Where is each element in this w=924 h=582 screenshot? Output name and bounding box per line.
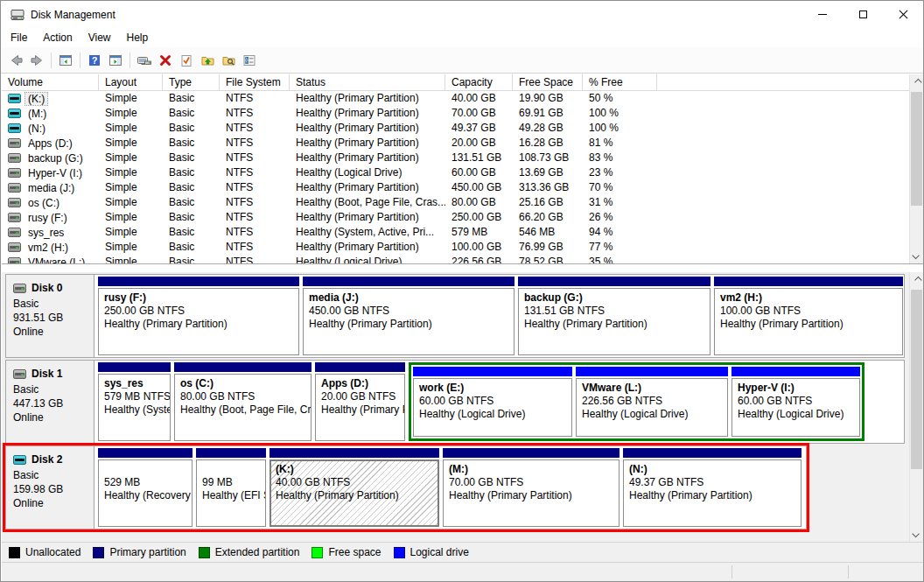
volume-table-row[interactable]: VMware (L:) Simple Basic NTFS Healthy (L…	[2, 255, 923, 264]
volume-cell[interactable]: Hyper-V (I:)	[2, 165, 99, 180]
partition-body[interactable]: work (E:) 60.00 GB NTFS Healthy (Logical…	[413, 378, 572, 437]
volume-cell[interactable]: (N:)	[2, 121, 99, 136]
partition-body[interactable]: media (J:) 450.00 GB NTFS Healthy (Prima…	[303, 288, 514, 355]
scroll-up-icon[interactable]	[910, 75, 923, 89]
partition-block[interactable]: os (C:) 80.00 GB NTFS Healthy (Boot, Pag…	[174, 362, 312, 441]
menu-action[interactable]: Action	[35, 30, 80, 46]
volume-cell[interactable]: backup (G:)	[2, 151, 99, 165]
partition-body[interactable]: 99 MB Healthy (EFI S	[196, 459, 266, 527]
scrollbar-thumb[interactable]	[911, 290, 922, 469]
col-capacity[interactable]: Capacity	[445, 74, 513, 90]
col-status[interactable]: Status	[290, 74, 445, 90]
volume-table-row[interactable]: (K:) Simple Basic NTFS Healthy (Primary …	[2, 91, 923, 106]
check-document-icon[interactable]	[176, 50, 197, 71]
drive-icon	[8, 213, 21, 222]
volume-table-row[interactable]: media (J:) Simple Basic NTFS Healthy (Pr…	[2, 180, 923, 195]
checklist-icon[interactable]	[239, 50, 260, 71]
computer-device-icon[interactable]	[134, 50, 155, 71]
partition-body[interactable]: os (C:) 80.00 GB NTFS Healthy (Boot, Pag…	[174, 374, 312, 441]
forward-icon[interactable]	[26, 50, 47, 71]
volume-table-row[interactable]: Hyper-V (I:) Simple Basic NTFS Healthy (…	[2, 165, 923, 180]
volume-table-row[interactable]: rusy (F:) Simple Basic NTFS Healthy (Pri…	[2, 210, 923, 225]
partition-body[interactable]: rusy (F:) 250.00 GB NTFS Healthy (Primar…	[98, 288, 299, 355]
partition-block[interactable]: media (J:) 450.00 GB NTFS Healthy (Prima…	[303, 277, 514, 355]
drive-icon	[8, 138, 21, 148]
partition-block[interactable]: Hyper-V (I:) 60.00 GB NTFS Healthy (Logi…	[732, 367, 860, 437]
volume-table-row[interactable]: (N:) Simple Basic NTFS Healthy (Primary …	[2, 121, 923, 136]
disk-info-box[interactable]: Disk 0 Basic 931.51 GB Online	[6, 275, 94, 357]
table-scrollbar[interactable]	[909, 74, 923, 263]
partition-block[interactable]: vm2 (H:) 100.00 GB NTFS Healthy (Primary…	[714, 277, 903, 355]
maximize-button[interactable]	[843, 1, 883, 28]
col-pct-free[interactable]: % Free	[583, 74, 657, 90]
pct-free-cell: 81 %	[583, 136, 657, 151]
col-file-system[interactable]: File System	[220, 74, 290, 90]
scrollbar-thumb[interactable]	[911, 92, 922, 206]
partition-block[interactable]: (K:) 40.00 GB NTFS Healthy (Primary Part…	[270, 448, 439, 527]
partition-body[interactable]: Apps (D:) 20.00 GB NTFS Healthy (Primary…	[315, 374, 405, 441]
partition-body[interactable]: 529 MB Healthy (Recovery	[98, 459, 192, 527]
folder-search-icon[interactable]	[218, 50, 239, 71]
menu-file[interactable]: File	[3, 30, 35, 46]
col-type[interactable]: Type	[163, 74, 220, 90]
partition-body[interactable]: VMware (L:) 226.56 GB NTFS Healthy (Logi…	[576, 378, 728, 437]
volume-cell[interactable]: (M:)	[2, 106, 99, 121]
col-volume[interactable]: Volume	[2, 74, 99, 90]
volume-table-row[interactable]: vm2 (H:) Simple Basic NTFS Healthy (Prim…	[2, 240, 923, 255]
volume-cell[interactable]: vm2 (H:)	[2, 240, 99, 255]
show-console-tree-icon[interactable]	[55, 50, 76, 71]
partition-block[interactable]: Apps (D:) 20.00 GB NTFS Healthy (Primary…	[315, 362, 405, 441]
disk-name: Disk 1	[32, 367, 62, 381]
partition-body[interactable]: (K:) 40.00 GB NTFS Healthy (Primary Part…	[270, 459, 439, 527]
partition-block[interactable]: work (E:) 60.00 GB NTFS Healthy (Logical…	[413, 367, 572, 437]
volume-cell[interactable]: os (C:)	[2, 195, 99, 210]
menu-view[interactable]: View	[80, 30, 119, 46]
volume-table-row[interactable]: os (C:) Simple Basic NTFS Healthy (Boot,…	[2, 195, 923, 210]
partition-block[interactable]: rusy (F:) 250.00 GB NTFS Healthy (Primar…	[98, 277, 299, 355]
scroll-down-icon[interactable]	[910, 527, 923, 541]
disk-info-box[interactable]: Disk 2 Basic 159.98 GB Online	[6, 446, 94, 529]
partition-block[interactable]: sys_res 579 MB NTFS Healthy (Syste	[98, 362, 171, 441]
volume-name: rusy (F:)	[28, 212, 67, 224]
col-free-space[interactable]: Free Space	[513, 74, 583, 90]
partition-label: Apps (D:)	[321, 377, 399, 390]
col-layout[interactable]: Layout	[99, 74, 163, 90]
partition-block[interactable]: 529 MB Healthy (Recovery	[98, 448, 192, 527]
pct-free-cell: 26 %	[583, 210, 657, 225]
close-button[interactable]	[883, 1, 923, 28]
volume-table-row[interactable]: Apps (D:) Simple Basic NTFS Healthy (Pri…	[2, 136, 923, 151]
partition-body[interactable]: Hyper-V (I:) 60.00 GB NTFS Healthy (Logi…	[732, 378, 860, 437]
volume-cell[interactable]: VMware (L:)	[2, 255, 99, 264]
disk-type: Basic	[13, 382, 94, 396]
partition-block[interactable]: backup (G:) 131.51 GB NTFS Healthy (Prim…	[518, 277, 710, 355]
menu-help[interactable]: Help	[119, 30, 157, 46]
partition-body[interactable]: sys_res 579 MB NTFS Healthy (Syste	[98, 374, 171, 441]
partition-body[interactable]: (N:) 49.37 GB NTFS Healthy (Primary Part…	[623, 459, 802, 527]
partition-block[interactable]: (N:) 49.37 GB NTFS Healthy (Primary Part…	[623, 448, 802, 527]
volume-cell[interactable]: (K:)	[2, 91, 99, 106]
partition-body[interactable]: (M:) 70.00 GB NTFS Healthy (Primary Part…	[443, 459, 620, 527]
folder-up-icon[interactable]	[197, 50, 218, 71]
scroll-down-icon[interactable]	[910, 249, 923, 263]
volume-cell[interactable]: rusy (F:)	[2, 210, 99, 225]
volume-cell[interactable]: Apps (D:)	[2, 136, 99, 151]
volume-table-row[interactable]: sys_res Simple Basic NTFS Healthy (Syste…	[2, 225, 923, 240]
volume-cell[interactable]: sys_res	[2, 225, 99, 240]
delete-icon[interactable]	[155, 50, 176, 71]
scroll-up-icon[interactable]	[910, 273, 923, 287]
partition-body[interactable]: backup (G:) 131.51 GB NTFS Healthy (Prim…	[518, 288, 710, 355]
volume-cell[interactable]: media (J:)	[2, 180, 99, 195]
minimize-button[interactable]	[802, 1, 843, 28]
disk-info-box[interactable]: Disk 1 Basic 447.13 GB Online	[6, 361, 94, 443]
volume-table-row[interactable]: (M:) Simple Basic NTFS Healthy (Primary …	[2, 106, 923, 121]
partition-block[interactable]: 99 MB Healthy (EFI S	[196, 448, 266, 527]
back-icon[interactable]	[5, 50, 26, 71]
partition-body[interactable]: vm2 (H:) 100.00 GB NTFS Healthy (Primary…	[714, 288, 903, 355]
volume-table-row[interactable]: backup (G:) Simple Basic NTFS Healthy (P…	[2, 151, 923, 165]
partition-block[interactable]: (M:) 70.00 GB NTFS Healthy (Primary Part…	[443, 448, 620, 527]
show-action-pane-icon[interactable]	[105, 50, 126, 71]
help-icon[interactable]: ?	[84, 50, 105, 71]
legend-label: Free space	[328, 546, 381, 558]
graph-scrollbar[interactable]	[909, 272, 923, 542]
partition-block[interactable]: VMware (L:) 226.56 GB NTFS Healthy (Logi…	[576, 367, 728, 437]
